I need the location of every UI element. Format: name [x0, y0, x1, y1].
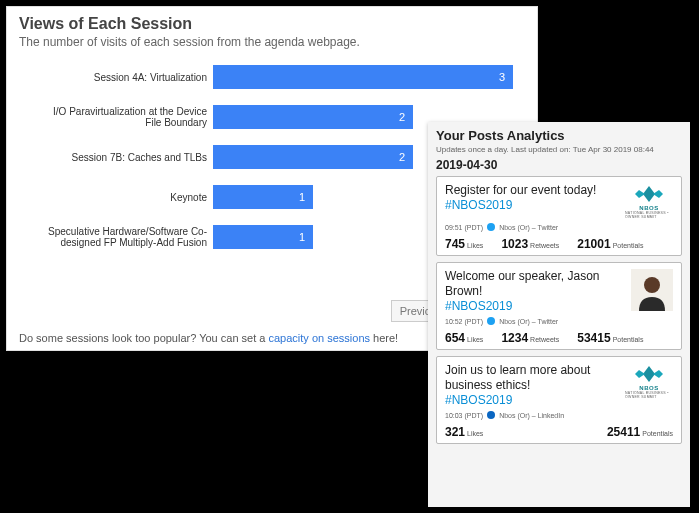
posts-title: Your Posts Analytics	[436, 128, 682, 143]
post-stats: 745Likes 1023Retweets 21001Potentials	[445, 237, 673, 251]
post-hashtag[interactable]: #NBOS2019	[445, 393, 615, 407]
svg-marker-6	[635, 370, 645, 378]
nbos-icon	[633, 364, 665, 384]
speaker-avatar	[631, 269, 673, 311]
posts-date: 2019-04-30	[436, 158, 682, 172]
post-meta: 10:03 (PDT) Nbos (Or) – LinkedIn	[445, 411, 673, 419]
posts-subtitle: Updates once a day. Last updated on: Tue…	[436, 145, 682, 154]
svg-marker-7	[653, 370, 663, 378]
twitter-icon	[487, 317, 495, 325]
svg-point-4	[644, 277, 660, 293]
chart-label: I/O Paravirtualization at the Device Fil…	[37, 106, 213, 128]
capacity-link[interactable]: capacity on sessions	[269, 332, 371, 344]
chart-bar: 2	[213, 145, 413, 169]
brand-logo: NBOS NATIONAL BUSINESS • OWNER SUMMIT	[625, 363, 673, 399]
brand-logo: NBOS NATIONAL BUSINESS • OWNER SUMMIT	[625, 183, 673, 219]
post-text: Welcome our speaker, Jason Brown!	[445, 269, 615, 299]
chart-bar: 2	[213, 105, 413, 129]
linkedin-icon	[487, 411, 495, 419]
svg-marker-1	[635, 190, 645, 198]
post-card[interactable]: Welcome our speaker, Jason Brown! #NBOS2…	[436, 262, 682, 350]
chart-bar: 1	[213, 185, 313, 209]
chart-label: Speculative Hardware/Software Co-designe…	[37, 226, 213, 248]
twitter-icon	[487, 223, 495, 231]
sessions-title: Views of Each Session	[19, 15, 525, 33]
chart-label: Session 7B: Caches and TLBs	[37, 152, 213, 163]
chart-bar: 3	[213, 65, 513, 89]
nbos-icon	[633, 184, 665, 204]
post-meta: 09:51 (PDT) Nbos (Or) – Twitter	[445, 223, 673, 231]
post-text: Join us to learn more about business eth…	[445, 363, 615, 393]
post-card[interactable]: Register for our event today! #NBOS2019 …	[436, 176, 682, 256]
post-hashtag[interactable]: #NBOS2019	[445, 299, 615, 313]
chart-label: Keynote	[37, 192, 213, 203]
post-stats: 654Likes 1234Retweets 53415Potentials	[445, 331, 673, 345]
chart-row: Session 4A: Virtualization 3	[37, 57, 535, 97]
chart-bar: 1	[213, 225, 313, 249]
post-text: Register for our event today!	[445, 183, 596, 198]
posts-panel: Your Posts Analytics Updates once a day.…	[428, 122, 690, 507]
sessions-footnote: Do some sessions look too popular? You c…	[19, 332, 398, 344]
post-hashtag[interactable]: #NBOS2019	[445, 198, 596, 212]
chart-label: Session 4A: Virtualization	[37, 72, 213, 83]
person-icon	[631, 269, 673, 311]
sessions-subtitle: The number of visits of each session fro…	[19, 35, 525, 49]
post-stats: 321Likes 25411Potentials	[445, 425, 673, 439]
svg-marker-2	[653, 190, 663, 198]
post-card[interactable]: Join us to learn more about business eth…	[436, 356, 682, 444]
post-meta: 10:52 (PDT) Nbos (Or) – Twitter	[445, 317, 673, 325]
